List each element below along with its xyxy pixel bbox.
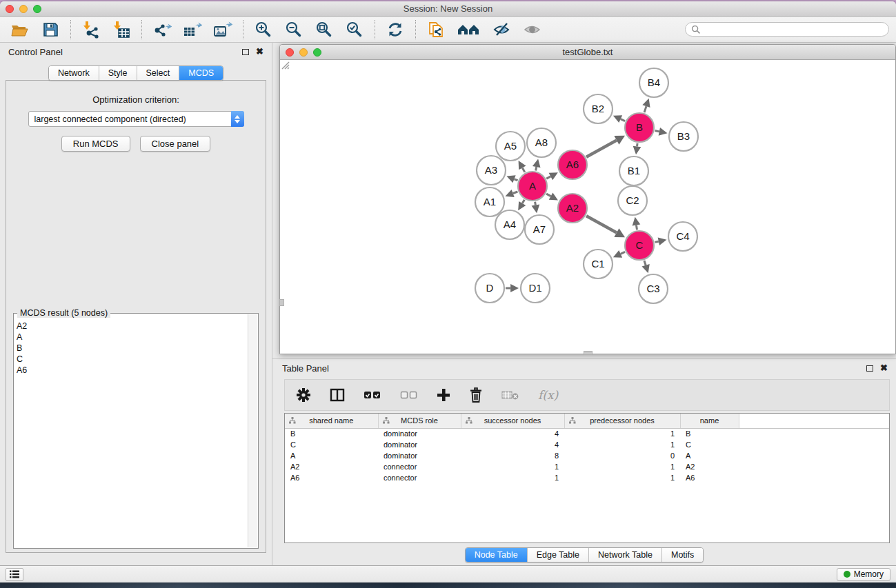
memory-button[interactable]: Memory <box>837 568 890 581</box>
table-cell[interactable]: A <box>680 450 739 461</box>
zoom-out-icon[interactable] <box>283 19 304 40</box>
graph-edge-C-C4[interactable] <box>655 241 659 242</box>
table-cell[interactable]: 1 <box>564 428 680 439</box>
select-all-icon[interactable] <box>364 390 381 400</box>
column-header-shared-name[interactable]: shared name <box>285 414 378 428</box>
run-mcds-button[interactable]: Run MCDS <box>61 136 130 152</box>
graph-edge-B-B4[interactable] <box>644 106 646 112</box>
graph-edge-C-C3[interactable] <box>644 261 646 265</box>
tab-edge-table[interactable]: Edge Table <box>527 548 588 562</box>
table-row[interactable]: Cdominator41C <box>285 439 889 450</box>
delete-column-icon[interactable] <box>469 387 483 403</box>
resize-grip-icon[interactable] <box>280 60 290 70</box>
column-header-successor-nodes[interactable]: successor nodes <box>461 414 564 428</box>
graph-edge-C-C1[interactable] <box>621 252 625 254</box>
graph-edge-B-B3[interactable] <box>655 131 659 132</box>
graph-node-B3[interactable]: B3 <box>669 122 698 151</box>
graph-node-A5[interactable]: A5 <box>496 132 525 161</box>
table-row[interactable]: A2connector11A2 <box>285 461 889 472</box>
graph-edge-A-A1[interactable] <box>513 192 518 194</box>
table-cell[interactable]: A6 <box>285 472 378 483</box>
table-cell[interactable]: B <box>285 428 378 439</box>
table-cell[interactable]: A2 <box>285 461 378 472</box>
table-cell[interactable]: 0 <box>564 450 680 461</box>
open-session-icon[interactable] <box>10 19 30 40</box>
tab-network-table[interactable]: Network Table <box>588 548 661 562</box>
criterion-dropdown[interactable]: largest connected component (directed) <box>28 111 244 127</box>
column-header-MCDS-role[interactable]: MCDS role <box>378 414 461 428</box>
table-cell[interactable]: 4 <box>461 428 564 439</box>
graph-node-D[interactable]: D <box>475 274 504 303</box>
table-cell[interactable]: C <box>680 439 739 450</box>
mcds-result-item[interactable]: C <box>17 354 248 365</box>
mcds-result-item[interactable]: A <box>17 332 248 343</box>
graph-node-A2[interactable]: A2 <box>558 194 587 223</box>
graph-node-C4[interactable]: C4 <box>668 222 697 251</box>
graph-edge-A-A5[interactable] <box>522 168 525 172</box>
zoom-selected-icon[interactable] <box>344 19 365 40</box>
column-header-predecessor-nodes[interactable]: predecessor nodes <box>564 414 680 428</box>
graph-node-B4[interactable]: B4 <box>639 68 668 97</box>
zoom-window-button[interactable] <box>33 5 41 13</box>
export-table-icon[interactable] <box>182 19 203 40</box>
export-network-icon[interactable] <box>152 19 172 40</box>
graph-node-A1[interactable]: A1 <box>475 187 504 216</box>
result-list-scrollbar[interactable] <box>248 314 257 547</box>
table-row[interactable]: A6connector11A6 <box>285 472 889 483</box>
close-panel-icon[interactable]: ✖ <box>256 48 263 55</box>
graph-edge-A-A2[interactable] <box>546 194 550 196</box>
tab-mcds[interactable]: MCDS <box>179 66 223 80</box>
graph-node-A7[interactable]: A7 <box>525 215 554 244</box>
table-cell[interactable]: 1 <box>461 461 564 472</box>
table-cell[interactable]: connector <box>378 461 461 472</box>
table-row[interactable]: Adominator80A <box>285 450 889 461</box>
table-cell[interactable]: A <box>285 450 378 461</box>
graph-node-B1[interactable]: B1 <box>619 156 648 185</box>
tab-select[interactable]: Select <box>137 66 179 80</box>
graph-edge-C-C2[interactable] <box>636 225 637 230</box>
graph-edge-A-A8[interactable] <box>536 167 537 170</box>
splitter-handle[interactable] <box>279 299 284 306</box>
table-cell[interactable]: B <box>680 428 739 439</box>
mcds-result-item[interactable]: A2 <box>17 321 248 332</box>
graph-node-D1[interactable]: D1 <box>521 274 550 303</box>
table-cell[interactable]: dominator <box>378 428 461 439</box>
tab-node-table[interactable]: Node Table <box>466 548 527 562</box>
graph-edge-A-A4[interactable] <box>522 200 524 203</box>
import-network-icon[interactable] <box>81 19 101 40</box>
import-table-icon[interactable] <box>111 19 132 40</box>
table-cell[interactable]: 1 <box>564 472 680 483</box>
new-network-from-selection-icon[interactable] <box>426 19 446 40</box>
table-cell[interactable]: A6 <box>680 472 739 483</box>
save-session-icon[interactable] <box>40 19 61 40</box>
graph-edge-A-A7[interactable] <box>535 202 536 205</box>
close-panel-button[interactable]: Close panel <box>140 136 211 152</box>
graph-node-A[interactable]: A <box>518 172 547 201</box>
graph-node-A4[interactable]: A4 <box>495 210 524 239</box>
graph-node-A3[interactable]: A3 <box>477 156 506 185</box>
network-graph[interactable]: B4B2BB3A8A5A6A3B1AC2A1A2A4A7C4CC1C3DD1 <box>280 60 895 354</box>
float-panel-icon[interactable] <box>242 49 249 55</box>
hide-selected-icon[interactable] <box>492 19 512 40</box>
network-window-titlebar[interactable]: testGlobe.txt <box>280 45 895 60</box>
network-close-button[interactable] <box>286 48 294 57</box>
export-image-icon[interactable] <box>212 19 233 40</box>
table-cell[interactable]: connector <box>378 472 461 483</box>
graph-node-C[interactable]: C <box>625 231 654 260</box>
table-cell[interactable]: 1 <box>564 439 680 450</box>
table-cell[interactable]: A2 <box>680 461 739 472</box>
table-settings-gear-icon[interactable] <box>296 387 311 403</box>
column-header-name[interactable]: name <box>680 414 739 428</box>
tab-style[interactable]: Style <box>99 66 137 80</box>
column-visibility-icon[interactable] <box>330 388 345 402</box>
graph-edge-A-A3[interactable] <box>515 179 518 181</box>
tab-network[interactable]: Network <box>49 66 99 80</box>
graph-node-C3[interactable]: C3 <box>639 274 668 303</box>
minimize-window-button[interactable] <box>19 5 28 13</box>
close-panel-icon[interactable]: ✖ <box>880 365 888 372</box>
table-row[interactable]: Bdominator41B <box>285 428 889 439</box>
deselect-all-icon[interactable] <box>400 390 418 400</box>
graph-node-A6[interactable]: A6 <box>558 150 587 179</box>
refresh-layout-icon[interactable] <box>385 19 406 40</box>
zoom-in-icon[interactable] <box>253 19 274 40</box>
